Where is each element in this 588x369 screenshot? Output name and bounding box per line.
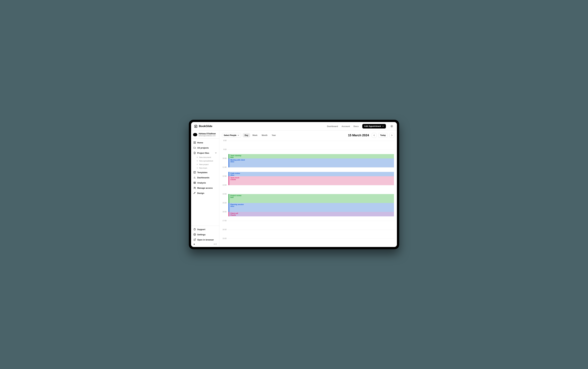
topnav-docs[interactable]: Docs (354, 125, 359, 128)
help-icon (193, 228, 196, 231)
sidebar-item-analysis[interactable]: Analysis (192, 180, 218, 185)
today-button[interactable]: Today (378, 133, 388, 138)
sidebar-sub-label: New team (199, 167, 207, 169)
event-title: Team lunch (230, 177, 239, 179)
event-title: Planning session (230, 204, 244, 205)
svg-point-2 (391, 126, 392, 127)
sun-icon (390, 125, 393, 128)
sidebar-item-label: Project files (197, 152, 209, 154)
hour-label: 14:00 (222, 193, 227, 195)
sidebar-item-all-projects[interactable]: All projects (192, 145, 218, 150)
calendar-toolbar: Select People Day Week Month Year 15 Mar… (219, 131, 397, 139)
event-person: Alice (230, 161, 393, 163)
plus-icon (196, 160, 198, 162)
folder-icon (193, 146, 196, 149)
sidebar-item-open-browser[interactable]: Open in browser (192, 237, 218, 242)
view-tabs: Day Week Month Year (243, 133, 278, 137)
view-tab-day[interactable]: Day (243, 133, 250, 137)
sidebar-item-label: Support (197, 228, 205, 231)
view-tab-month[interactable]: Month (260, 133, 269, 137)
prev-day-button[interactable] (372, 133, 376, 138)
calendar-scroll[interactable]: 8:009:0010:0011:0012:0013:0014:0015:0016… (219, 139, 397, 247)
calendar-event[interactable]: Code reviewAlice (228, 172, 394, 176)
calendar-event[interactable]: Planning sessionAlice (228, 203, 394, 212)
chevron-right-icon (391, 134, 393, 136)
event-person: Charlie (230, 214, 393, 216)
hour-label: 13:00 (222, 184, 227, 186)
svg-rect-5 (194, 143, 194, 144)
topnav: Dashboard Account Docs Add Appointment (327, 124, 394, 129)
chevron-down-icon (237, 134, 239, 136)
sidebar-sub-label: New spreadsheet (199, 160, 213, 162)
add-appointment-label: Add Appointment (364, 125, 381, 127)
hour-label: 11:00 (222, 166, 227, 168)
event-title: Meeting with client (230, 159, 245, 161)
hour-label: 8:00 (222, 140, 227, 142)
select-people-dropdown[interactable]: Select People (222, 133, 241, 138)
file-icon (193, 152, 196, 154)
brand: BookGlide (194, 124, 212, 128)
events-layer: Team standupBobMeeting with clientAliceC… (228, 141, 394, 247)
chevron-left-icon (373, 134, 375, 136)
sidebar-item-settings[interactable]: Settings (192, 232, 218, 237)
device-frame: BookGlide Dashboard Account Docs Add App… (189, 120, 399, 249)
sidebar-item-support[interactable]: Support (192, 227, 218, 232)
grid-icon (193, 141, 196, 144)
sidebar-sub-new-document[interactable]: New document (195, 155, 218, 159)
sidebar-item-manage-access[interactable]: Manage access (192, 185, 218, 191)
sidebar-item-label: Open in browser (197, 238, 214, 241)
select-people-label: Select People (224, 134, 236, 136)
calendar-event[interactable]: Team lunchCharlie (228, 176, 394, 185)
topbar: BookGlide Dashboard Account Docs Add App… (191, 122, 397, 131)
sidebar-item-templates[interactable]: Templates (192, 170, 218, 175)
sidebar-sub-label: New project (199, 164, 209, 165)
next-day-button[interactable] (389, 133, 394, 138)
sidebar-item-label: Templates (197, 171, 207, 174)
sidebar: Adriana O'Sullivan adriana@untitledui.co… (191, 131, 219, 247)
hour-label: 9:00 (222, 149, 227, 150)
hour-label: 10:00 (222, 157, 227, 159)
event-title: Project review (230, 195, 241, 196)
sidebar-sub-new-project[interactable]: New project (195, 163, 218, 166)
add-appointment-button[interactable]: Add Appointment (362, 124, 386, 129)
event-person: Alice (230, 205, 393, 207)
view-tab-year[interactable]: Year (270, 133, 278, 137)
sidebar-item-label: Home (197, 142, 203, 144)
sidebar-sub-new-spreadsheet[interactable]: New spreadsheet (195, 159, 218, 163)
user-block[interactable]: Adriana O'Sullivan adriana@untitledui.co… (191, 131, 219, 139)
svg-point-10 (195, 187, 195, 188)
event-title: Team standup (230, 155, 241, 156)
plus-icon (196, 156, 198, 158)
sidebar-item-label: Design (197, 192, 204, 194)
calendar-grid: 8:009:0010:0011:0012:0013:0014:0015:0016… (222, 141, 394, 247)
app-screen: BookGlide Dashboard Account Docs Add App… (191, 122, 397, 247)
user-email: adriana@untitledui.com (199, 135, 216, 137)
sidebar-item-label: Manage access (197, 187, 213, 189)
svg-rect-7 (194, 171, 196, 173)
sidebar-item-dashboards[interactable]: Dashboards (192, 175, 218, 180)
event-title: Code review (230, 173, 240, 174)
avatar (193, 133, 197, 136)
svg-point-9 (194, 187, 195, 188)
rocket-icon (193, 192, 196, 194)
brand-logo-icon (194, 124, 198, 128)
view-tab-week[interactable]: Week (251, 133, 259, 137)
hour-label: 16:00 (222, 211, 227, 213)
external-link-icon (193, 238, 196, 241)
event-person: Bob (230, 156, 393, 158)
sidebar-item-design[interactable]: Design (192, 191, 218, 196)
sidebar-item-project-files[interactable]: Project files (192, 150, 218, 155)
svg-point-13 (194, 234, 195, 235)
svg-rect-6 (195, 143, 196, 144)
calendar-event[interactable]: Meeting with clientAlice (228, 158, 394, 167)
sidebar-sub-new-team[interactable]: New team (195, 166, 218, 170)
hour-label: 18:00 (222, 229, 227, 230)
calendar-event[interactable]: Client callCharlie (228, 212, 394, 216)
sidebar-item-label: Analysis (197, 182, 206, 184)
main: Select People Day Week Month Year 15 Mar… (219, 131, 397, 247)
sidebar-item-home[interactable]: Home (192, 140, 218, 145)
calendar-event[interactable]: Team standupBob (228, 154, 394, 159)
topnav-dashboard[interactable]: Dashboard (327, 125, 338, 128)
topnav-account[interactable]: Account (342, 125, 350, 128)
theme-toggle-button[interactable] (389, 124, 394, 129)
